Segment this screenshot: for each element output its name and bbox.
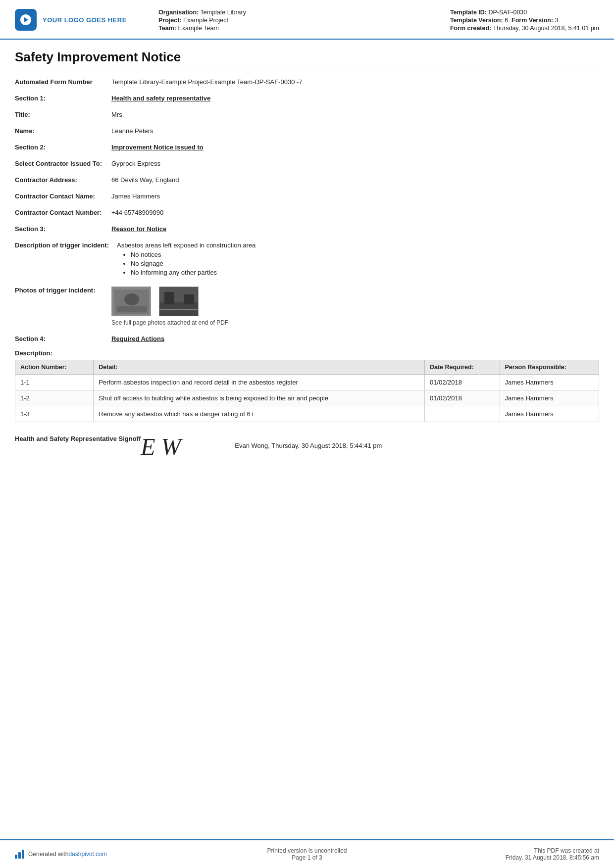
contact-number-value: +44 65748909090 bbox=[111, 209, 599, 216]
doc-title: Safety Improvement Notice bbox=[15, 49, 599, 69]
title-label: Title: bbox=[15, 111, 111, 118]
description-content: Asbestos areas left exposed in construct… bbox=[117, 241, 599, 278]
form-version-label: Form Version: bbox=[512, 17, 553, 24]
template-id-value: DP-SAF-0030 bbox=[488, 9, 527, 16]
section2-heading: Improvement Notice issued to bbox=[111, 144, 599, 151]
form-created-line: Form created: Thursday, 30 August 2018, … bbox=[450, 25, 599, 32]
col-detail: Detail: bbox=[94, 360, 425, 375]
contact-number-label: Contractor Contact Number: bbox=[15, 209, 111, 216]
section1-row: Section 1: Health and safety representat… bbox=[15, 93, 599, 104]
cell-action: 1-3 bbox=[15, 406, 94, 422]
bar-chart-icon bbox=[15, 850, 24, 859]
name-label: Name: bbox=[15, 127, 111, 135]
logo-area: YOUR LOGO GOES HERE bbox=[15, 9, 149, 31]
project-line: Project: Example Project bbox=[158, 17, 450, 24]
template-version-value: 6 bbox=[505, 17, 508, 24]
section4-heading: Required Actions bbox=[111, 335, 599, 342]
org-label: Organisation: bbox=[158, 9, 199, 16]
footer-left: Generated with dashpivot.com bbox=[15, 850, 163, 859]
cell-detail: Remove any asbestos which has a danger r… bbox=[94, 406, 425, 422]
form-created-value: Thursday, 30 August 2018, 5:41:01 pm bbox=[493, 25, 600, 32]
section4-label: Section 4: bbox=[15, 335, 111, 342]
address-label: Contractor Address: bbox=[15, 176, 111, 184]
description-value: Asbestos areas left exposed in construct… bbox=[117, 241, 256, 249]
contractor-value: Gyprock Express bbox=[111, 160, 599, 167]
auto-form-row: Automated Form Number Template Library-E… bbox=[15, 76, 599, 88]
table-header-row: Action Number: Detail: Date Required: Pe… bbox=[15, 360, 599, 375]
photos-caption: See full page photos attached at end of … bbox=[111, 319, 599, 326]
pdf-created-label: This PDF was created at bbox=[451, 847, 599, 854]
generated-text: Generated with bbox=[28, 851, 68, 858]
col-person: Person Responsible: bbox=[500, 360, 599, 375]
footer-right: This PDF was created at Friday, 31 Augus… bbox=[451, 847, 599, 861]
table-desc-label: Description: bbox=[15, 349, 599, 357]
team-value: Example Team bbox=[178, 25, 218, 32]
cell-detail: Shut off access to building while asbest… bbox=[94, 390, 425, 406]
trigger-bullets: No notices No signage No informing any o… bbox=[117, 251, 599, 276]
bar1 bbox=[15, 855, 17, 859]
section3-row: Section 3: Reason for Notice bbox=[15, 223, 599, 235]
cell-detail: Perform asbestos inspection and record d… bbox=[94, 375, 425, 390]
cell-date: 01/02/2018 bbox=[424, 390, 500, 406]
template-id-label: Template ID: bbox=[450, 9, 487, 16]
svg-point-2 bbox=[124, 293, 139, 305]
bullet-item: No signage bbox=[131, 260, 599, 267]
cell-person: James Hammers bbox=[500, 390, 599, 406]
section1-heading: Health and safety representative bbox=[111, 95, 599, 102]
org-value: Template Library bbox=[201, 9, 246, 16]
contact-name-value: James Hammers bbox=[111, 193, 599, 200]
section1-label: Section 1: bbox=[15, 95, 111, 102]
form-created-label: Form created: bbox=[450, 25, 491, 32]
table-row: 1-3 Remove any asbestos which has a dang… bbox=[15, 406, 599, 422]
signoff-label: Health and Safety Representative Signoff bbox=[15, 435, 141, 442]
section3-heading: Reason for Notice bbox=[111, 225, 599, 233]
contact-name-row: Contractor Contact Name: James Hammers bbox=[15, 191, 599, 202]
name-value: Leanne Peters bbox=[111, 127, 599, 135]
svg-rect-7 bbox=[164, 292, 174, 304]
description-label: Description of trigger incident: bbox=[15, 241, 117, 249]
header-right: Template ID: DP-SAF-0030 Template Versio… bbox=[450, 9, 599, 33]
name-row: Name: Leanne Peters bbox=[15, 125, 599, 137]
dashpivot-link[interactable]: dashpivot.com bbox=[68, 851, 106, 858]
form-version-value: 3 bbox=[555, 17, 559, 24]
version-line: Template Version: 6 Form Version: 3 bbox=[450, 17, 599, 24]
actions-table: Action Number: Detail: Date Required: Pe… bbox=[15, 360, 599, 422]
svg-rect-8 bbox=[184, 294, 194, 304]
photo-thumbnail-1 bbox=[111, 287, 151, 316]
cell-person: James Hammers bbox=[500, 375, 599, 390]
photo-thumbs bbox=[111, 287, 599, 316]
project-label: Project: bbox=[158, 17, 182, 24]
table-row: 1-1 Perform asbestos inspection and reco… bbox=[15, 375, 599, 390]
signoff-row: Health and Safety Representative Signoff… bbox=[15, 430, 599, 464]
section4-row: Section 4: Required Actions bbox=[15, 333, 599, 344]
signoff-signature: E W bbox=[141, 435, 220, 459]
address-row: Contractor Address: 66 Devils Way, Engla… bbox=[15, 174, 599, 186]
section3-label: Section 3: bbox=[15, 225, 111, 233]
photo-svg-1 bbox=[112, 287, 151, 316]
bar3 bbox=[22, 850, 24, 859]
bullet-item: No notices bbox=[131, 251, 599, 258]
project-value: Example Project bbox=[183, 17, 228, 24]
photo-thumbnail-2 bbox=[159, 287, 199, 316]
photos-label: Photos of trigger incident: bbox=[15, 287, 111, 294]
contact-name-label: Contractor Contact Name: bbox=[15, 193, 111, 200]
signoff-info: Evan Wong, Thursday, 30 August 2018, 5:4… bbox=[235, 435, 382, 449]
page-label: Page 1 of 3 bbox=[163, 854, 451, 861]
section2-label: Section 2: bbox=[15, 144, 111, 151]
description-row: Description of trigger incident: Asbesto… bbox=[15, 240, 599, 280]
cell-person: James Hammers bbox=[500, 406, 599, 422]
cell-action: 1-2 bbox=[15, 390, 94, 406]
footer-center: Printed version is uncontrolled Page 1 o… bbox=[163, 847, 451, 861]
contact-number-row: Contractor Contact Number: +44 657489090… bbox=[15, 207, 599, 218]
auto-form-value: Template Library-Example Project-Example… bbox=[111, 78, 599, 86]
template-id-line: Template ID: DP-SAF-0030 bbox=[450, 9, 599, 16]
table-row: 1-2 Shut off access to building while as… bbox=[15, 390, 599, 406]
logo-icon bbox=[15, 9, 37, 31]
cell-date bbox=[424, 406, 500, 422]
contractor-row: Select Contractor Issued To: Gyprock Exp… bbox=[15, 158, 599, 169]
team-label: Team: bbox=[158, 25, 176, 32]
table-section: Description: Action Number: Detail: Date… bbox=[15, 349, 599, 422]
contractor-label: Select Contractor Issued To: bbox=[15, 160, 111, 167]
pdf-created-value: Friday, 31 August 2018, 8:45:56 am bbox=[451, 854, 599, 861]
footer: Generated with dashpivot.com Printed ver… bbox=[0, 839, 614, 868]
